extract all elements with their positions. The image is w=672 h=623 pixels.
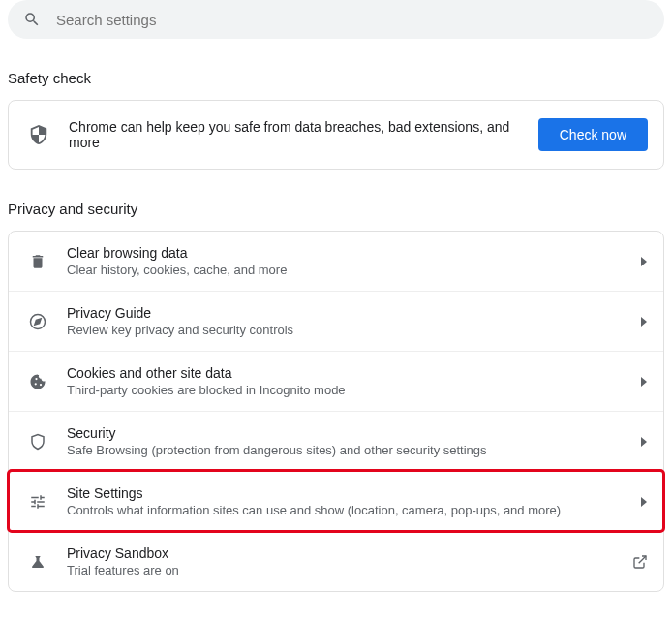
clear-browsing-data-row[interactable]: Clear browsing data Clear history, cooki… [9,232,663,291]
safety-check-header: Safety check [8,70,664,86]
cookies-row[interactable]: Cookies and other site data Third-party … [9,351,663,411]
row-title: Clear browsing data [67,245,640,261]
open-external-icon [632,554,648,570]
row-title: Site Settings [67,485,640,501]
site-settings-row[interactable]: Site Settings Controls what information … [9,471,663,531]
chevron-right-icon [640,437,648,447]
tune-icon [28,493,47,511]
flask-icon [28,553,47,571]
row-title: Cookies and other site data [67,365,640,381]
row-title: Privacy Guide [67,305,640,321]
row-subtitle: Trial features are on [67,563,632,577]
search-input[interactable] [56,12,649,28]
row-subtitle: Controls what information sites can use … [67,503,640,517]
search-icon [23,11,41,28]
row-title: Security [67,425,640,441]
privacy-security-card: Clear browsing data Clear history, cooki… [8,231,664,592]
chevron-right-icon [640,377,648,387]
security-shield-icon [28,433,47,451]
trash-icon [28,253,47,270]
chevron-right-icon [640,497,648,507]
svg-line-2 [639,556,646,563]
row-subtitle: Safe Browsing (protection from dangerous… [67,443,640,457]
compass-icon [28,313,47,330]
privacy-security-header: Privacy and security [8,201,664,217]
chevron-right-icon [640,257,648,266]
cookie-icon [28,373,47,390]
row-subtitle: Review key privacy and security controls [67,323,640,337]
chevron-right-icon [640,317,648,327]
safety-check-text: Chrome can help keep you safe from data … [69,119,538,150]
privacy-guide-row[interactable]: Privacy Guide Review key privacy and sec… [9,291,663,351]
privacy-sandbox-row[interactable]: Privacy Sandbox Trial features are on [9,531,663,591]
safety-check-row: Chrome can help keep you safe from data … [9,101,663,169]
svg-marker-1 [35,318,41,324]
safety-check-card: Chrome can help keep you safe from data … [8,100,664,170]
search-bar[interactable] [8,0,664,39]
shield-icon [28,124,49,145]
row-subtitle: Clear history, cookies, cache, and more [67,263,640,277]
row-title: Privacy Sandbox [67,545,632,561]
row-subtitle: Third-party cookies are blocked in Incog… [67,383,640,397]
security-row[interactable]: Security Safe Browsing (protection from … [9,411,663,471]
check-now-button[interactable]: Check now [538,118,648,151]
